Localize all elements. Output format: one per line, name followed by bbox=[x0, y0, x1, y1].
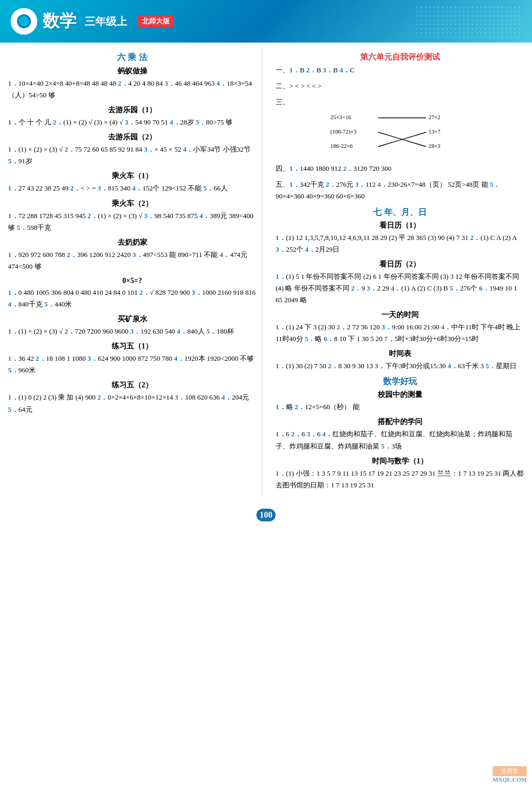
header-edition: 北师大版 bbox=[138, 15, 174, 27]
content-youle1: 1．个 十 个 儿 2．(1) × (2) √ (3) × (4) √ 3．54… bbox=[8, 117, 256, 128]
right-column: 第六单元自我评价测试 一、1．B 2．B 3．B 4．C 二、> < > < <… bbox=[273, 48, 524, 495]
section-title-lianxi2: 练习五（2） bbox=[8, 380, 256, 390]
header-decoration bbox=[415, 5, 521, 37]
section-title-measure: 校园中的测量 bbox=[276, 390, 524, 400]
content-youle2: 1．(1) × (2) × (3) √ 2．75 72 60 65 85 92 … bbox=[8, 144, 256, 167]
section-title-huoche2: 乘火车（2） bbox=[8, 199, 256, 209]
content-mayi: 1．10×4=40 2×4=8 40+8=48 48 48 48 2．4 20 … bbox=[8, 78, 256, 101]
section-title-rili2: 看日历（2） bbox=[276, 260, 524, 269]
left-chapter-title: 六 乘 法 bbox=[8, 52, 256, 63]
page-header: 数学 三年级上 北师大版 bbox=[0, 0, 532, 43]
svg-text:25×3+16: 25×3+16 bbox=[330, 114, 352, 120]
content-unit6-4: 四、1．1440 1800 912 2．3120 720 300 bbox=[276, 163, 524, 175]
content-timemath1: 1．(1) 小强：1 3 5 7 9 11 13 15 17 19 21 23 … bbox=[276, 468, 524, 491]
watermark: 告辞客 MXQE.COM bbox=[493, 766, 527, 783]
content-rili2: 1．(1) 5 1 年份不同答案不同 (2) 6 1 年份不同答案不同 (3) … bbox=[276, 271, 524, 306]
section-title-match: 搭配中的学问 bbox=[276, 417, 524, 427]
section-title-rili1: 看日历（1） bbox=[276, 221, 524, 230]
page-number-area: 100 bbox=[0, 509, 532, 521]
page-number: 100 bbox=[256, 509, 276, 521]
content-rili1: 1．(1) 12 1,3,5,7,8,10,12 4,6,9,11 28 29 … bbox=[276, 232, 524, 255]
page-wrapper: 数学 三年级上 北师大版 六 乘 法 蚂蚁做操 1．10×4=40 2×4=8 … bbox=[0, 0, 532, 521]
section-title-huoche1: 乘火车（1） bbox=[8, 171, 256, 181]
content-unit6-5: 五、1．342千克 2．276元 3．112 4．230-26×7=48（页） … bbox=[276, 179, 524, 202]
section-title-youle2: 去游乐园（2） bbox=[8, 132, 256, 142]
section-title-nainai: 去奶奶家 bbox=[8, 238, 256, 247]
main-content: 六 乘 法 蚂蚁做操 1．10×4=40 2×4=8 40+8=48 48 48… bbox=[0, 43, 532, 501]
svg-text:27×2: 27×2 bbox=[429, 114, 440, 120]
right-chapter-title: 第六单元自我评价测试 bbox=[276, 52, 524, 62]
content-lianxi2: 1．(1) 0 (2) 2 (3) 乘 加 (4) 900 2．0×2×4×6×… bbox=[8, 392, 256, 415]
content-zero: 1．0 480 1005 306 804 0 480 410 24 84 0 1… bbox=[8, 287, 256, 310]
logo-icon bbox=[11, 8, 37, 35]
section-title-zero: 0×5=? bbox=[8, 277, 256, 285]
left-column: 六 乘 法 蚂蚁做操 1．10×4=40 2×4=8 40+8=48 48 48… bbox=[8, 48, 262, 495]
section-title-water: 买矿泉水 bbox=[8, 314, 256, 324]
section-title-lianxi1: 练习五（1） bbox=[8, 342, 256, 351]
diagram-connecting-lines: 25×3+16 (100-72)×3 186-22×6 27×2 13×7 28… bbox=[276, 111, 524, 159]
content-time1: 1．(1) 24 下 3 (2) 30 2．2 72 36 120 3．9:00… bbox=[276, 321, 524, 345]
logo-area: 数学 三年级上 北师大版 bbox=[11, 8, 174, 35]
diagram-svg: 25×3+16 (100-72)×3 186-22×6 27×2 13×7 28… bbox=[276, 111, 524, 159]
content-huoche2: 1．72 288 1728 45 315 945 2．(1) × (2) × (… bbox=[8, 210, 256, 234]
watermark-bottom: MXQE.COM bbox=[493, 776, 527, 783]
header-grade: 三年级上 bbox=[85, 14, 127, 29]
section-title-time1: 一天的时间 bbox=[276, 310, 524, 320]
content-huoche1: 1．27 43 22 38 25 49 2．< > = 3．815 340 4．… bbox=[8, 183, 256, 194]
section-title-timetable: 时间表 bbox=[276, 349, 524, 359]
content-timetable: 1．(1) 30 (2) 7 50 2．8 30 9 30 13 3．下午3时3… bbox=[276, 360, 524, 372]
svg-text:13×7: 13×7 bbox=[429, 128, 441, 135]
section-title-timemath1: 时间与数学（1） bbox=[276, 457, 524, 466]
header-title: 数学 bbox=[43, 10, 77, 33]
right-chapter2-title: 七 年、月、日 bbox=[276, 207, 524, 218]
svg-text:186-22×6: 186-22×6 bbox=[330, 143, 353, 149]
content-unit6-1: 一、1．B 2．B 3．B 4．C bbox=[276, 64, 524, 76]
content-unit6-3: 三、 25×3+16 (100-72)×3 186-22×6 27×2 13×7… bbox=[276, 96, 524, 159]
content-nainai: 1．920 972 600 788 2．396 1206 912 2420 3．… bbox=[8, 249, 256, 272]
content-measure: 1．略 2．12×5=60（秒） 能 bbox=[276, 401, 524, 413]
svg-text:28×3: 28×3 bbox=[429, 143, 440, 149]
content-lianxi1: 1．36 42 2．18 108 1 1080 3．624 900 1000 8… bbox=[8, 353, 256, 376]
svg-text:(100-72)×3: (100-72)×3 bbox=[330, 128, 356, 135]
section-title-youle1: 去游乐园（1） bbox=[8, 105, 256, 115]
section-title-mayi: 蚂蚁做操 bbox=[8, 67, 256, 76]
content-match: 1．6 2．6 3．6 4．红烧肉和茄子、红烧肉和豆腐、红烧肉和油菜；炸鸡腿和茄… bbox=[276, 428, 524, 452]
content-unit6-2: 二、> < > < < > bbox=[276, 80, 524, 92]
watermark-top: 告辞客 bbox=[493, 766, 527, 776]
section-title-mathfun: 数学好玩 bbox=[276, 376, 524, 387]
content-water: 1．(1) × (2) × (3) √ 2．720 7200 960 9600 … bbox=[8, 326, 256, 337]
